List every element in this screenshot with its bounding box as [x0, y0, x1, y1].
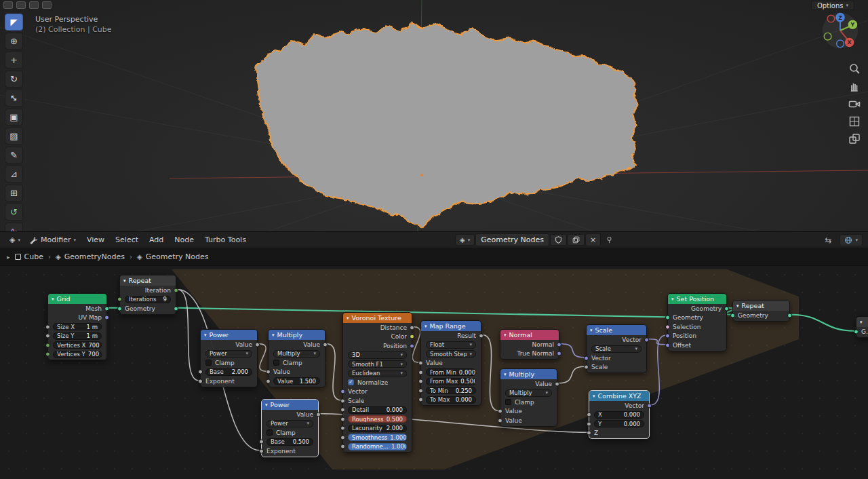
- input-socket-detail[interactable]: [340, 408, 345, 413]
- output-socket-vector[interactable]: [644, 337, 649, 342]
- input-socket-geometry[interactable]: [665, 315, 670, 320]
- collapse-icon[interactable]: ▾: [504, 372, 507, 377]
- input-socket-value[interactable]: [418, 361, 423, 366]
- input-socket-value[interactable]: [498, 418, 502, 423]
- input-socket-size-y[interactable]: [45, 334, 50, 339]
- input-socket-scale[interactable]: [584, 365, 589, 370]
- input-socket-base[interactable]: [198, 370, 203, 375]
- value-field-iterations[interactable]: Iterations9: [125, 296, 171, 303]
- input-socket-from-min[interactable]: [418, 370, 423, 375]
- output-socket-geometry[interactable]: [787, 313, 792, 318]
- dropdown-float[interactable]: Float▾: [426, 341, 476, 349]
- value-field-to-min[interactable]: To Min0.250: [426, 387, 476, 394]
- collapse-icon[interactable]: ▾: [671, 296, 674, 302]
- dropdown-power[interactable]: Power▾: [205, 350, 252, 358]
- output-socket-distance[interactable]: [410, 325, 414, 330]
- output-socket-result[interactable]: [479, 333, 484, 338]
- value-field-value[interactable]: Value1.500: [273, 377, 320, 385]
- input-socket-geometry[interactable]: [730, 313, 735, 318]
- node-grid[interactable]: ▾GridMeshUV MapSize X1 mSize Y1 mVertice…: [47, 293, 107, 360]
- input-socket-to-max[interactable]: [418, 398, 423, 402]
- output-socket-geometry[interactable]: [724, 306, 729, 311]
- output-socket-iteration[interactable]: [174, 288, 178, 292]
- node-header-repeat-input[interactable]: ▾Repeat: [120, 275, 176, 286]
- input-socket-vertices-x[interactable]: [45, 343, 50, 347]
- dropdown-3d[interactable]: 3D▾: [348, 351, 407, 359]
- input-socket-value[interactable]: [266, 370, 271, 375]
- output-socket-vector[interactable]: [647, 403, 652, 408]
- input-socket-exponent[interactable]: [198, 379, 203, 383]
- value-field-y[interactable]: Y0.000: [594, 420, 644, 427]
- node-multiply-2[interactable]: ▾MultiplyValueMultiply▾ClampValueValue: [500, 368, 557, 427]
- checkbox-clamp[interactable]: [505, 399, 511, 405]
- node-header-repeat-output[interactable]: ▾Repeat: [733, 301, 789, 311]
- value-field-vertices-x[interactable]: Vertices X700: [53, 341, 102, 349]
- dropdown-scale[interactable]: Scale▾: [591, 345, 642, 353]
- collapse-icon[interactable]: ▾: [52, 296, 54, 302]
- node-group-output[interactable]: ▾G...: [856, 316, 868, 338]
- input-socket-vertices-y[interactable]: [45, 352, 50, 357]
- value-field-lacunarity[interactable]: Lacunarity2.000: [348, 425, 407, 432]
- value-field-from-max[interactable]: From Max0.500: [426, 378, 476, 385]
- node-header-power-2[interactable]: ▾Power: [262, 400, 318, 410]
- value-field-roughness[interactable]: Roughness0.500: [348, 415, 407, 423]
- input-socket-size-x[interactable]: [45, 324, 50, 329]
- output-socket-geometry[interactable]: [174, 306, 178, 311]
- input-socket-vector[interactable]: [340, 389, 345, 394]
- node-repeat-output[interactable]: ▾RepeatGeometry: [732, 300, 790, 322]
- output-socket-value[interactable]: [323, 342, 328, 347]
- input-socket-scale[interactable]: [340, 398, 345, 403]
- value-field-from-min[interactable]: From Min0.000: [426, 368, 476, 376]
- collapse-icon[interactable]: ▾: [504, 332, 507, 338]
- input-socket-smoothness[interactable]: [340, 435, 345, 440]
- output-socket-true-normal[interactable]: [557, 351, 561, 356]
- value-field-x[interactable]: X0.000: [594, 411, 644, 419]
- dropdown-smooth-f1[interactable]: Smooth F1▾: [348, 360, 407, 368]
- value-field-detail[interactable]: Detail0.000: [348, 406, 407, 414]
- node-repeat-input[interactable]: ▾RepeatIterationIterations9Geometry: [119, 275, 176, 315]
- node-header-scale[interactable]: ▾Scale: [587, 325, 646, 335]
- collapse-icon[interactable]: ▾: [204, 332, 207, 338]
- dropdown-multiply[interactable]: Multiply▾: [273, 350, 320, 358]
- node-set-position[interactable]: ▾Set PositionGeometryGeometrySelectionPo…: [667, 293, 727, 351]
- node-scale[interactable]: ▾ScaleVectorScale▾VectorScale: [586, 324, 647, 373]
- input-socket-roughness[interactable]: [340, 417, 345, 421]
- node-combine-xyz[interactable]: ▾Combine XYZVectorX0.000Y0.000Z: [589, 390, 650, 439]
- node-voronoi[interactable]: ▾Voronoi TextureDistanceColorPosition3D▾…: [342, 312, 412, 453]
- dropdown-smooth-step[interactable]: Smooth Step▾: [426, 350, 476, 358]
- input-socket-lacunarity[interactable]: [340, 426, 345, 431]
- input-socket-value[interactable]: [266, 379, 271, 383]
- output-socket-uv-map[interactable]: [104, 315, 109, 320]
- collapse-icon[interactable]: ▾: [736, 303, 739, 309]
- input-socket-x[interactable]: [587, 413, 591, 417]
- value-field-base[interactable]: Base0.500: [267, 438, 313, 446]
- node-header-set-position[interactable]: ▾Set Position: [668, 294, 726, 304]
- input-socket-value[interactable]: [498, 409, 502, 414]
- collapse-icon[interactable]: ▾: [265, 402, 268, 408]
- value-field-size-y[interactable]: Size Y1 m: [53, 332, 102, 340]
- collapse-icon[interactable]: ▾: [347, 315, 349, 321]
- output-socket-color[interactable]: [410, 334, 414, 339]
- node-header-voronoi[interactable]: ▾Voronoi Texture: [343, 313, 412, 323]
- dropdown-multiply[interactable]: Multiply▾: [505, 389, 552, 397]
- dropdown-power[interactable]: Power▾: [267, 420, 313, 427]
- node-power-1[interactable]: ▾PowerValuePower▾ClampBase2.000Exponent: [200, 329, 258, 387]
- input-socket-position[interactable]: [665, 334, 670, 339]
- input-socket-exponent[interactable]: [259, 448, 264, 453]
- collapse-icon[interactable]: ▾: [593, 394, 595, 399]
- output-socket-normal[interactable]: [557, 342, 561, 347]
- input-socket-g-[interactable]: [854, 329, 859, 334]
- collapse-icon[interactable]: ▾: [425, 324, 427, 329]
- input-socket-randomne-[interactable]: [340, 444, 345, 449]
- input-socket-to-min[interactable]: [418, 388, 423, 393]
- input-socket-offset[interactable]: [665, 343, 670, 347]
- input-socket-iterations[interactable]: [117, 297, 122, 302]
- node-header-multiply-2[interactable]: ▾Multiply: [500, 369, 557, 379]
- node-header-normal[interactable]: ▾Normal: [500, 330, 559, 340]
- value-field-to-max[interactable]: To Max0.000: [426, 396, 476, 404]
- collapse-icon[interactable]: ▾: [272, 332, 275, 338]
- output-socket-value[interactable]: [316, 412, 321, 417]
- input-socket-geometry[interactable]: [117, 306, 122, 311]
- input-socket-selection[interactable]: [665, 324, 670, 329]
- input-socket-z[interactable]: [587, 431, 591, 436]
